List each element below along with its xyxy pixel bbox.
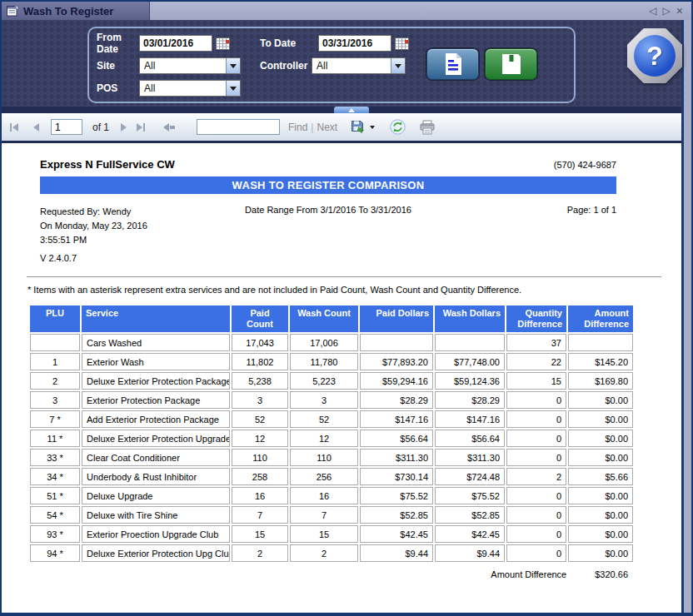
refresh-button[interactable] [390,119,406,135]
cell-wash-dollars [435,334,505,351]
column-header-plu: PLU [30,306,80,332]
collapse-parameters-tab[interactable] [334,107,369,113]
cell-paid-dollars [360,334,433,351]
cell-plu: 7 * [30,410,80,428]
cell-paid-dollars: $77,893.20 [360,353,433,370]
cell-paid-dollars: $28.29 [360,391,433,409]
cell-quantity-difference: 0 [506,449,566,466]
report-toolbar: of 1 Find | Next [2,113,681,143]
parent-report-button[interactable] [163,123,175,132]
to-date-input[interactable] [318,35,391,52]
cell-paid-dollars: $52.85 [360,506,433,524]
cell-paid-dollars: $59,294.16 [360,372,433,390]
site-select-arrow-icon[interactable] [226,58,240,73]
cell-paid-dollars: $9.44 [360,544,433,562]
first-page-button[interactable] [10,123,18,132]
table-row: 51 * Deluxe Upgrade 16 16 $75.52 $75.52 … [30,487,633,504]
pos-select-arrow-icon[interactable] [226,81,240,96]
to-date-label: To Date [260,37,318,49]
page-count-label: of 1 [92,122,109,133]
site-select[interactable]: All [139,57,241,74]
column-header-amount-difference: Amount Difference [568,306,633,332]
requested-time: 3:55:51 PM [40,233,240,247]
cell-wash-dollars: $59,124.36 [435,372,505,390]
table-row: 1 Exterior Wash 11,802 11,780 $77,893.20… [30,353,633,370]
panel-divider [2,107,681,113]
refresh-icon [390,119,406,135]
cell-wash-count: 11,780 [290,353,358,370]
requested-by: Requested By: Wendy [40,205,240,219]
help-button[interactable]: ? [627,28,682,83]
to-date-calendar-icon[interactable] [395,37,409,50]
table-row: 3 Exterior Protection Package 3 3 $28.29… [30,391,633,409]
chevron-up-icon [348,108,355,112]
cell-amount-difference: $0.00 [568,449,633,466]
search-input[interactable] [197,119,280,135]
nav-back-icon[interactable]: ◁ [649,6,656,16]
find-next-button[interactable]: Next [317,122,337,133]
cell-service: Underbody & Rust Inhibitor [82,468,230,485]
cell-quantity-difference: 0 [506,487,566,504]
cell-paid-dollars: $56.64 [360,430,433,447]
cell-paid-count: 12 [232,430,288,447]
cell-wash-dollars: $28.29 [435,391,505,409]
cell-quantity-difference: 0 [506,506,566,524]
cell-amount-difference: $0.00 [568,410,633,428]
next-page-button[interactable] [121,123,127,132]
column-header-paid-dollars: Paid Dollars [360,306,433,332]
separator-line [27,276,661,277]
cell-paid-count: 3 [232,391,288,409]
from-date-row: From Date [97,35,230,52]
from-date-input[interactable] [139,35,212,52]
cell-paid-count: 52 [232,410,288,428]
pos-select[interactable]: All [139,80,241,97]
nav-forward-icon[interactable]: ▷ [663,6,671,16]
floppy-disk-icon [501,52,522,76]
company-name: Express N FullService CW [40,158,175,171]
window-tab[interactable]: Wash To Register [2,2,150,20]
cell-wash-dollars: $56.64 [435,430,505,447]
find-button[interactable]: Find [288,122,307,133]
page-number-input[interactable] [51,119,82,135]
from-date-calendar-icon[interactable] [216,37,230,50]
export-dropdown-caret-icon[interactable] [370,126,375,129]
report-title-banner: WASH TO REGISTER COMPARISON [40,176,616,194]
previous-page-button[interactable] [33,123,39,132]
footer-value: $320.66 [595,569,635,579]
save-button[interactable] [485,48,537,80]
cell-quantity-difference: 0 [506,525,566,543]
table-row: 94 * Deluxe Exterior Protection Upg Club… [30,544,633,562]
cell-wash-dollars: $311.30 [435,449,505,466]
cell-amount-difference [568,334,633,351]
requested-by-block: Requested By: Wendy On Monday, May 23, 2… [40,205,240,247]
pos-select-value: All [140,81,226,96]
cell-plu: 33 * [30,449,80,466]
table-row: 11 * Deluxe Exterior Protection Upgrade … [30,430,633,447]
run-report-button[interactable] [426,48,479,80]
cell-paid-count: 7 [232,506,288,524]
print-button[interactable] [419,120,436,135]
cell-paid-count: 258 [232,468,288,485]
parameters-panel: From Date [2,20,681,107]
cell-wash-dollars: $77,748.00 [435,353,505,370]
cell-quantity-difference: 0 [506,544,566,562]
cell-wash-dollars: $52.85 [435,506,505,524]
cell-plu [30,334,80,351]
cell-quantity-difference: 0 [506,430,566,447]
last-page-button[interactable] [137,123,145,132]
cell-amount-difference: $0.00 [568,525,633,543]
report-document-icon [443,52,463,76]
table-row: 2 Deluxe Exterior Protection Package 5,2… [30,372,633,390]
controller-select-arrow-icon[interactable] [391,58,405,73]
table-row: 54 * Deluxe with Tire Shine 7 7 $52.85 $… [30,506,633,524]
page-indicator: Page: 1 of 1 [567,205,616,247]
export-button[interactable] [351,120,366,134]
site-select-value: All [140,58,226,73]
close-icon[interactable]: × [676,5,683,17]
table-header-row: PLU Service Paid Count Wash Count Paid D… [30,306,633,332]
cell-wash-count: 3 [290,391,358,409]
controller-select[interactable]: All [312,57,406,74]
to-date-row: To Date [260,35,409,52]
company-phone: (570) 424-9687 [554,160,616,170]
comparison-table: PLU Service Paid Count Wash Count Paid D… [28,304,635,564]
